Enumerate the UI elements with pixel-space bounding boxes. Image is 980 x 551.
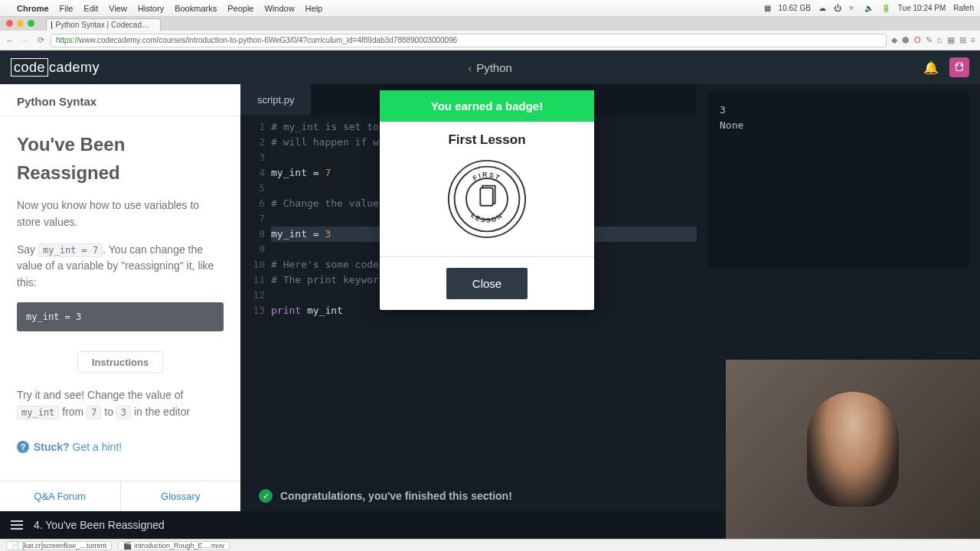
- menubar-icon[interactable]: ᯤ: [849, 4, 857, 12]
- check-icon: ✓: [259, 489, 273, 503]
- extension-icons[interactable]: ◆ ⬢ O ✎ ⎌ ▦ ⊞ ≡: [891, 35, 975, 45]
- inline-code: my_int: [17, 406, 59, 419]
- browser-tab-strip: Python Syntax | Codecad…: [0, 17, 980, 31]
- menubar-icon[interactable]: ▦: [764, 4, 771, 12]
- course-title: Python: [476, 61, 512, 74]
- active-app[interactable]: Chrome: [17, 4, 49, 13]
- course-breadcrumb[interactable]: ‹ Python: [468, 61, 512, 74]
- instructions-text: Try it and see! Change the value of my_i…: [0, 377, 240, 431]
- chevron-left-icon[interactable]: ‹: [468, 61, 472, 74]
- mac-menubar: Chrome File Edit View History Bookmarks …: [0, 0, 980, 17]
- svg-text:LESSON: LESSON: [469, 211, 504, 224]
- menubar-user[interactable]: Rafeh: [953, 4, 974, 12]
- lesson-title: You've Been Reassigned: [17, 130, 224, 187]
- lesson-paragraph: Now you know how to use variables to sto…: [17, 197, 224, 230]
- ext-icon[interactable]: ⊞: [959, 35, 966, 45]
- svg-text:FIRST: FIRST: [472, 171, 502, 182]
- modal-header: You earned a badge!: [380, 90, 594, 122]
- notifications-icon[interactable]: 🔔: [923, 60, 939, 75]
- ext-icon[interactable]: ◆: [891, 35, 897, 45]
- browser-tab[interactable]: Python Syntax | Codecad…: [46, 18, 161, 31]
- ext-icon[interactable]: O: [914, 35, 921, 45]
- section-title: Python Syntax: [0, 84, 240, 116]
- close-button[interactable]: Close: [446, 268, 528, 299]
- lesson-paragraph: Say my_int = 7. You can change the value…: [17, 242, 224, 292]
- window-controls[interactable]: [6, 20, 34, 27]
- qa-forum-link[interactable]: Q&A Forum: [0, 481, 121, 511]
- ext-icon[interactable]: ▦: [947, 35, 955, 45]
- back-button[interactable]: ←: [5, 36, 15, 45]
- code-block: my_int = 3: [17, 302, 224, 332]
- forward-button[interactable]: →: [20, 36, 31, 45]
- favicon: [51, 21, 52, 29]
- person-silhouette: [807, 392, 899, 507]
- menu-window[interactable]: Window: [264, 4, 294, 13]
- site-header: codecademy ‹ Python 🔔: [0, 51, 980, 84]
- svg-rect-6: [480, 188, 492, 206]
- menubar-icon[interactable]: ☁: [818, 4, 826, 12]
- logo-right: cademy: [49, 60, 100, 75]
- url-scheme: https: [56, 36, 73, 44]
- menu-bookmarks[interactable]: Bookmarks: [175, 4, 217, 13]
- menubar-clock[interactable]: Tue 10:24 PM: [898, 4, 946, 12]
- menubar-net: 10.62 GB: [779, 4, 811, 12]
- badge-title: First Lesson: [387, 132, 586, 148]
- download-chip[interactable]: 📄[kat.cr]screenflow_…torrent: [6, 541, 112, 550]
- menu-icon[interactable]: [11, 520, 23, 530]
- menu-file[interactable]: File: [60, 4, 74, 13]
- menubar-icon[interactable]: ⏻: [834, 4, 841, 12]
- avatar[interactable]: [949, 57, 969, 77]
- editor-tab[interactable]: script.py: [240, 84, 312, 115]
- lesson-number-title: 4. You've Been Reassigned: [34, 519, 165, 531]
- terminal-line: 3: [720, 103, 957, 118]
- inline-code: my_int = 7: [38, 243, 103, 257]
- hint-link[interactable]: ? Stuck? Get a hint!: [0, 432, 240, 462]
- lesson-sidebar: Python Syntax You've Been Reassigned Now…: [0, 84, 240, 511]
- address-bar[interactable]: https://www.codecademy.com/courses/intro…: [51, 34, 887, 47]
- instructions-tab[interactable]: Instructions: [77, 351, 163, 373]
- webcam-overlay: [726, 360, 980, 539]
- download-chip[interactable]: 🎬Introduction_Rough_E….mov: [118, 541, 230, 550]
- ext-icon[interactable]: ⎌: [937, 35, 942, 45]
- reload-button[interactable]: ⟳: [35, 35, 46, 45]
- menubar-battery-icon[interactable]: 🔋: [881, 4, 890, 12]
- url-path: /courses/introduction-to-python-6WeG3/0/…: [157, 36, 458, 44]
- glossary-link[interactable]: Glossary: [121, 481, 241, 511]
- inline-code: 7: [87, 406, 101, 419]
- menu-view[interactable]: View: [109, 4, 127, 13]
- terminal[interactable]: 3 None: [707, 92, 969, 268]
- question-icon: ?: [17, 441, 29, 453]
- downloads-bar: 📄[kat.cr]screenflow_…torrent 🎬Introducti…: [0, 539, 980, 551]
- menu-history[interactable]: History: [138, 4, 164, 13]
- site-logo[interactable]: codecademy: [11, 60, 100, 76]
- success-message: Congratulations, you've finished this se…: [280, 490, 769, 502]
- menubar-icon[interactable]: 🔈: [864, 4, 874, 12]
- logo-left: code: [11, 58, 48, 77]
- ext-icon[interactable]: ✎: [926, 35, 933, 45]
- badge-modal: You earned a badge! First Lesson FIRST L…: [380, 90, 594, 310]
- menu-help[interactable]: Help: [305, 4, 323, 13]
- menu-people[interactable]: People: [227, 4, 253, 13]
- menu-edit[interactable]: Edit: [83, 4, 98, 13]
- terminal-line: None: [720, 118, 957, 133]
- browser-toolbar: ← → ⟳ https://www.codecademy.com/courses…: [0, 31, 980, 51]
- badge-icon: FIRST LESSON: [446, 158, 528, 240]
- url-host: ://www.codecademy.com: [73, 36, 157, 44]
- line-gutter: 12345678910111213: [240, 119, 271, 511]
- tab-title: Python Syntax | Codecad…: [55, 21, 149, 29]
- chrome-menu-icon[interactable]: ≡: [971, 35, 975, 45]
- ext-icon[interactable]: ⬢: [902, 35, 910, 45]
- inline-code: 3: [116, 406, 131, 419]
